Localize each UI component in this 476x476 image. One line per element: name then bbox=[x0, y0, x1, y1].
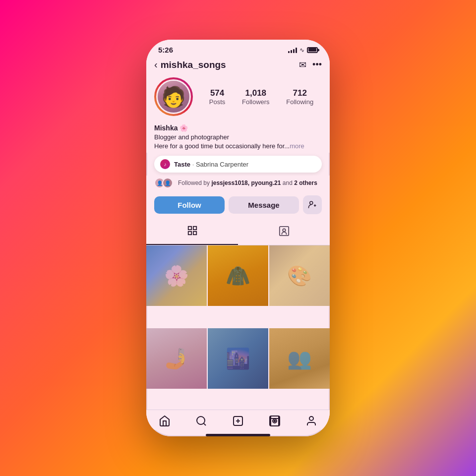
message-button[interactable]: Message bbox=[229, 196, 299, 214]
bio-text: Blogger and photographer Here for a good… bbox=[154, 133, 322, 151]
grid-item[interactable] bbox=[208, 245, 268, 306]
follower-avatars: 👤 👤 bbox=[154, 178, 170, 188]
follower-avatar-2: 👤 bbox=[162, 178, 173, 188]
music-icon: ♪ bbox=[160, 159, 170, 169]
action-buttons: Follow Message bbox=[146, 192, 330, 220]
status-bar: 5:26 ∿ bbox=[146, 40, 330, 56]
followers-count: 1,018 bbox=[245, 88, 267, 98]
music-separator: · bbox=[192, 161, 194, 168]
back-button[interactable]: ‹ bbox=[154, 59, 158, 70]
grid-item[interactable] bbox=[146, 245, 207, 306]
bio-more-link[interactable]: more bbox=[290, 142, 304, 150]
posts-label: Posts bbox=[209, 98, 226, 106]
home-indicator bbox=[206, 434, 270, 436]
photo-grid bbox=[146, 245, 330, 410]
profile-header: ‹ mishka_songs ✉ ••• bbox=[146, 56, 330, 75]
grid-item[interactable] bbox=[269, 245, 330, 306]
music-pill[interactable]: ♪ Taste · Sabrina Carpenter bbox=[154, 156, 322, 173]
svg-rect-5 bbox=[188, 232, 191, 235]
svg-point-16 bbox=[274, 420, 276, 422]
profile-display-name: Mishka 🌸 bbox=[154, 124, 322, 132]
music-song-title: Taste bbox=[174, 161, 190, 168]
avatar-face bbox=[158, 81, 189, 113]
wifi-icon: ∿ bbox=[299, 47, 304, 54]
nav-reels[interactable] bbox=[269, 415, 281, 427]
svg-point-9 bbox=[197, 416, 205, 424]
grid-item[interactable] bbox=[208, 328, 268, 389]
content-tabs bbox=[146, 220, 330, 245]
profile-nav-icon bbox=[305, 415, 317, 427]
header-right: ✉ ••• bbox=[299, 60, 322, 70]
signal-icon bbox=[288, 47, 297, 53]
following-label: Following bbox=[286, 98, 313, 106]
following-count: 712 bbox=[293, 88, 307, 98]
status-icons: ∿ bbox=[288, 47, 318, 54]
battery-icon bbox=[307, 47, 318, 53]
tab-grid[interactable] bbox=[146, 220, 238, 245]
grid-item[interactable] bbox=[269, 328, 330, 389]
following-stat[interactable]: 712 Following bbox=[286, 88, 313, 106]
bio-section: Mishka 🌸 Blogger and photographer Here f… bbox=[146, 121, 330, 153]
profile-username: mishka_songs bbox=[161, 60, 226, 70]
followers-stat[interactable]: 1,018 Followers bbox=[242, 88, 270, 106]
tagged-icon bbox=[279, 226, 290, 239]
bio-line2: Here for a good time but occasionally he… bbox=[154, 142, 290, 150]
svg-point-8 bbox=[283, 229, 286, 232]
avatar bbox=[156, 79, 191, 114]
nav-create[interactable] bbox=[232, 415, 244, 427]
followed-by-section: 👤 👤 Followed by jessjess1018, pyoung.21 … bbox=[146, 176, 330, 192]
avatar-container bbox=[154, 77, 193, 116]
svg-line-10 bbox=[204, 423, 206, 425]
followers-label: Followers bbox=[242, 98, 270, 106]
svg-rect-4 bbox=[193, 227, 196, 230]
follower-names[interactable]: jessjess1018, pyoung.21 bbox=[211, 179, 281, 186]
nav-search[interactable] bbox=[195, 415, 207, 427]
status-time: 5:26 bbox=[158, 46, 173, 54]
nav-home[interactable] bbox=[159, 415, 171, 427]
search-icon bbox=[195, 415, 207, 427]
reels-icon bbox=[269, 415, 281, 427]
posts-stat[interactable]: 574 Posts bbox=[209, 88, 226, 106]
bio-line1: Blogger and photographer bbox=[154, 133, 229, 141]
grid-icon bbox=[187, 225, 198, 239]
add-person-button[interactable] bbox=[303, 195, 322, 214]
add-person-icon bbox=[308, 200, 317, 209]
stats-container: 574 Posts 1,018 Followers 712 Following bbox=[201, 88, 322, 106]
profile-stats: 574 Posts 1,018 Followers 712 Following bbox=[154, 77, 322, 116]
profile-section: 574 Posts 1,018 Followers 712 Following bbox=[146, 75, 330, 121]
nav-profile[interactable] bbox=[305, 415, 317, 427]
svg-point-20 bbox=[309, 416, 313, 420]
music-text: Taste · Sabrina Carpenter bbox=[174, 161, 248, 168]
avatar-story-ring[interactable] bbox=[154, 77, 193, 116]
grid-item[interactable] bbox=[146, 328, 207, 389]
svg-point-0 bbox=[310, 202, 313, 205]
more-options-icon[interactable]: ••• bbox=[312, 60, 322, 70]
follow-button[interactable]: Follow bbox=[154, 196, 225, 214]
create-icon bbox=[232, 415, 244, 427]
followed-by-text: Followed by jessjess1018, pyoung.21 and … bbox=[178, 179, 317, 186]
posts-count: 574 bbox=[210, 88, 224, 98]
bottom-navigation bbox=[146, 410, 330, 430]
phone-frame: 5:26 ∿ ‹ mishka_songs ✉ ••• bbox=[146, 40, 330, 436]
header-left: ‹ mishka_songs bbox=[154, 59, 226, 70]
svg-rect-6 bbox=[193, 232, 196, 235]
music-artist-name: Sabrina Carpenter bbox=[196, 161, 248, 168]
tab-tagged[interactable] bbox=[238, 220, 330, 245]
svg-rect-3 bbox=[188, 227, 191, 230]
send-icon[interactable]: ✉ bbox=[299, 60, 306, 70]
follower-others[interactable]: 2 others bbox=[294, 179, 317, 186]
home-icon bbox=[159, 415, 171, 427]
